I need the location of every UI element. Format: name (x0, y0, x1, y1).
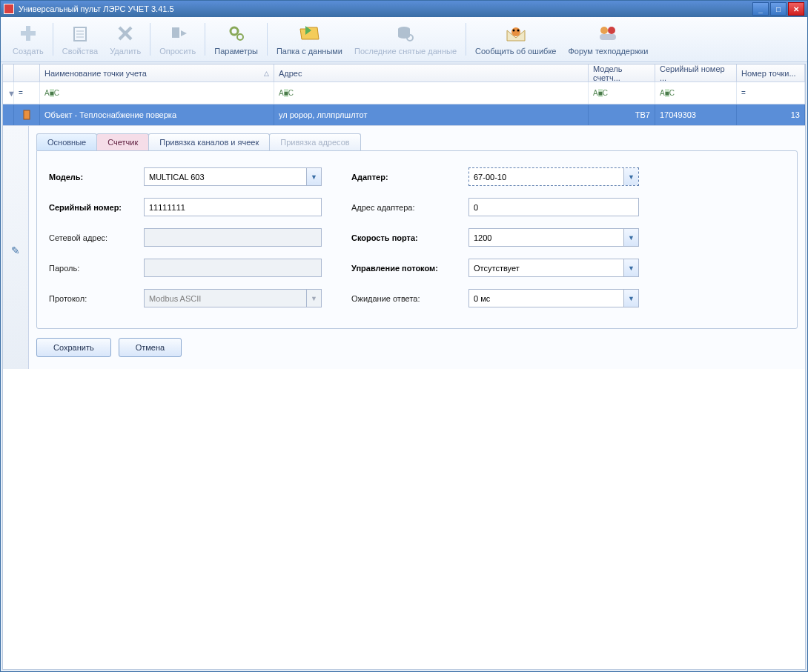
filter-serial[interactable]: A■C (655, 82, 737, 104)
field-value: 1200 (474, 233, 491, 242)
model-label: Модель: (49, 173, 138, 182)
users-icon (596, 21, 620, 45)
cell-address: ул ророр, лплпрлшлтот (274, 104, 589, 125)
timeout-select[interactable]: 0 мс ▼ (468, 289, 639, 307)
filter-model[interactable]: A■C (589, 82, 655, 104)
timeout-label: Ожидание ответа: (351, 294, 463, 303)
grid-empty-space (3, 369, 805, 669)
serial-input[interactable]: 11111111 (144, 198, 322, 216)
delete-icon (113, 21, 137, 45)
serial-label: Серийный номер: (49, 203, 138, 212)
form-col-left: Модель: MULTICAL 603 ▼ Серийный номер: 1… (49, 167, 322, 307)
protocol-select: Modbus ASCII ▼ (144, 289, 322, 307)
chevron-down-icon[interactable]: ▼ (623, 259, 638, 276)
forum-button[interactable]: Форум техподдержки (562, 20, 654, 59)
field-value: 0 (474, 203, 478, 212)
filter-address[interactable]: A■C (274, 82, 589, 104)
poll-icon (166, 21, 190, 45)
col-name[interactable]: Наименование точки учета △ (40, 64, 274, 81)
col-label: Модель счетч... (593, 64, 650, 82)
field-value: 67-00-10 (474, 173, 506, 182)
abc-icon: A■C (593, 89, 608, 97)
form-col-right: Адаптер: 67-00-10 ▼ Адрес адаптера: 0 (351, 167, 639, 307)
chevron-down-icon[interactable]: ▼ (623, 290, 638, 307)
grid-corner (3, 64, 14, 81)
col-serial[interactable]: Серийный номер ... (655, 64, 737, 81)
detail-panel: ✎ Основные Счетчик Привязка каналов и яч… (3, 125, 805, 369)
close-button[interactable]: ✕ (788, 2, 804, 16)
col-address[interactable]: Адрес (274, 64, 589, 81)
detail-content: Основные Счетчик Привязка каналов и ячее… (29, 126, 805, 369)
filter-op: = (19, 89, 23, 97)
reportbug-button[interactable]: Сообщить об ошибке (469, 20, 562, 59)
toolbar-label: Создать (13, 47, 44, 56)
cancel-button[interactable]: Отмена (119, 338, 182, 357)
button-row: Сохранить Отмена (36, 338, 798, 357)
row-icon (14, 104, 40, 125)
filter-name[interactable]: A■C (40, 82, 274, 104)
adapter-addr-input[interactable]: 0 (468, 198, 639, 216)
flowctrl-select[interactable]: Отсутствует ▼ (468, 259, 639, 277)
window-title: Универсальный пульт ЛЭРС УЧЕТ 3.41.5 (19, 4, 752, 13)
maximize-button[interactable]: □ (770, 2, 787, 16)
filter-pointnum[interactable]: = (737, 82, 805, 104)
toolbar-label: Папка с данными (276, 47, 342, 56)
folder-icon (297, 21, 321, 45)
col-model[interactable]: Модель счетч... (589, 64, 655, 81)
svg-point-18 (600, 27, 608, 34)
bug-mail-icon (504, 21, 528, 45)
field-value: 0 мс (474, 294, 490, 303)
create-button[interactable]: Создать (7, 20, 50, 59)
toolbar-label: Свойства (62, 47, 98, 56)
col-label: Серийный номер ... (660, 64, 732, 82)
chevron-down-icon[interactable]: ▼ (623, 229, 638, 246)
tab-main[interactable]: Основные (36, 133, 97, 150)
lastdata-button[interactable]: Последние снятые данные (348, 20, 463, 59)
field-value: MULTICAL 603 (149, 173, 205, 182)
svg-rect-21 (24, 110, 30, 119)
poll-button[interactable]: Опросить (153, 20, 202, 59)
chevron-down-icon[interactable]: ▼ (306, 168, 321, 185)
field-value: Отсутствует (474, 264, 520, 273)
filter-eq[interactable]: = (14, 82, 40, 104)
adapter-select[interactable]: 67-00-10 ▼ (468, 167, 639, 186)
tab-channels[interactable]: Привязка каналов и ячеек (148, 133, 270, 150)
model-select[interactable]: MULTICAL 603 ▼ (144, 167, 322, 186)
grid-indicator-col[interactable] (14, 64, 40, 81)
properties-button[interactable]: Свойства (56, 20, 104, 59)
tabstrip: Основные Счетчик Привязка каналов и ячее… (36, 133, 798, 150)
protocol-label: Протокол: (49, 294, 138, 303)
grid-row-selected[interactable]: Объект - Теплоснабжение поверка ул ророр… (3, 104, 805, 125)
col-pointnum[interactable]: Номер точки... (737, 64, 805, 81)
abc-icon: A■C (44, 89, 59, 97)
params-button[interactable]: Параметры (208, 20, 264, 59)
password-input (144, 259, 322, 277)
toolbar-label: Последние снятые данные (354, 47, 457, 56)
adapter-label: Адаптер: (351, 173, 463, 182)
tab-addresses[interactable]: Привязка адресов (269, 133, 360, 150)
filter-op: = (741, 89, 746, 97)
portspeed-select[interactable]: 1200 ▼ (468, 228, 639, 247)
cell-pointnum: 13 (737, 104, 805, 125)
chevron-down-icon[interactable]: ▼ (623, 168, 638, 185)
abc-icon: A■C (660, 89, 675, 97)
grid-header: Наименование точки учета △ Адрес Модель … (3, 64, 805, 82)
delete-button[interactable]: Удалить (104, 20, 147, 59)
minimize-button[interactable]: _ (752, 2, 769, 16)
toolbar-label: Удалить (110, 47, 141, 56)
database-search-icon (394, 21, 417, 45)
tab-label: Счетчик (107, 138, 138, 147)
chevron-down-icon: ▼ (306, 290, 321, 307)
button-label: Отмена (136, 343, 165, 352)
row-gutter (3, 104, 14, 125)
form-panel: Модель: MULTICAL 603 ▼ Серийный номер: 1… (36, 150, 798, 329)
tab-label: Основные (47, 138, 86, 147)
save-button[interactable]: Сохранить (36, 338, 111, 357)
filter-funnel[interactable]: ▼ (3, 82, 14, 104)
datafolder-button[interactable]: Папка с данными (271, 20, 348, 59)
svg-point-9 (231, 27, 238, 35)
edit-icon: ✎ (11, 244, 20, 256)
tab-meter[interactable]: Счетчик (96, 133, 149, 150)
grid-filter-row: ▼ = A■C A■C A■C A■C = (3, 82, 805, 104)
adapter-addr-label: Адрес адаптера: (351, 203, 463, 212)
